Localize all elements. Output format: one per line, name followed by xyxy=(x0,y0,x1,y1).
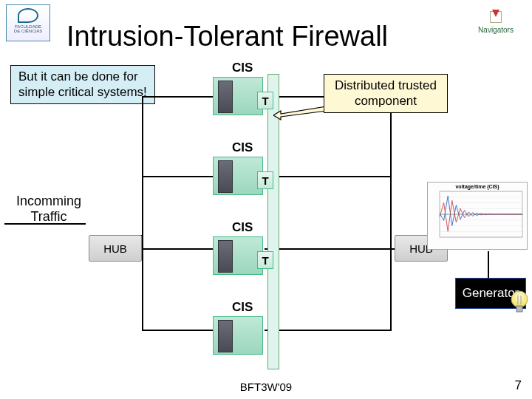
cis-node: CIS T xyxy=(213,220,273,272)
incoming-traffic-label: IncommingTraffic xyxy=(4,194,93,225)
slide-number: 7 xyxy=(515,378,522,393)
slide-title: Intrusion-Tolerant Firewall xyxy=(66,21,388,52)
cis-node: CIS T xyxy=(213,61,273,112)
wire xyxy=(390,96,392,331)
svg-rect-12 xyxy=(516,306,522,312)
t-box: T xyxy=(257,171,273,189)
t-box: T xyxy=(257,251,273,269)
distributed-trusted-component-label: Distributed trustedcomponent xyxy=(324,74,448,113)
wire xyxy=(488,251,489,278)
navigators-logo: Navigators xyxy=(467,6,525,37)
cis-label: CIS xyxy=(232,220,273,235)
note-callout: But it can be done forsimple critical sy… xyxy=(10,65,155,104)
navigators-logo-text: Navigators xyxy=(478,26,514,34)
cis-label: CIS xyxy=(232,61,273,75)
wire xyxy=(142,96,143,331)
wire xyxy=(265,176,390,177)
wire xyxy=(142,330,213,331)
cis-label: CIS xyxy=(232,140,273,155)
compass-icon xyxy=(488,10,503,24)
voltage-chart: voltage/time (CIS) xyxy=(427,182,528,250)
svg-marker-0 xyxy=(273,106,327,120)
wire xyxy=(142,96,213,98)
cis-node: CIS T xyxy=(213,140,273,192)
cis-node: CIS xyxy=(213,300,273,352)
svg-point-11 xyxy=(511,291,528,307)
cis-label: CIS xyxy=(232,300,273,315)
hub-left: HUB xyxy=(89,235,142,262)
lightbulb-icon xyxy=(508,290,531,315)
t-box: T xyxy=(257,92,273,109)
hub-label: HUB xyxy=(103,242,127,255)
faculty-logo-text: FACULDADEDE CIÊNCIAS xyxy=(14,24,42,33)
chart-title: voltage/time (CIS) xyxy=(429,184,525,189)
wire xyxy=(265,330,390,331)
callout-arrow xyxy=(273,106,327,124)
wire xyxy=(142,248,213,250)
faculty-logo: FACULDADEDE CIÊNCIAS xyxy=(6,4,50,41)
chart-plot xyxy=(429,190,525,245)
incoming-traffic-line xyxy=(4,223,86,225)
wire xyxy=(265,248,395,250)
footer-text: BFT3W'09 xyxy=(0,381,532,393)
wire xyxy=(142,176,213,177)
